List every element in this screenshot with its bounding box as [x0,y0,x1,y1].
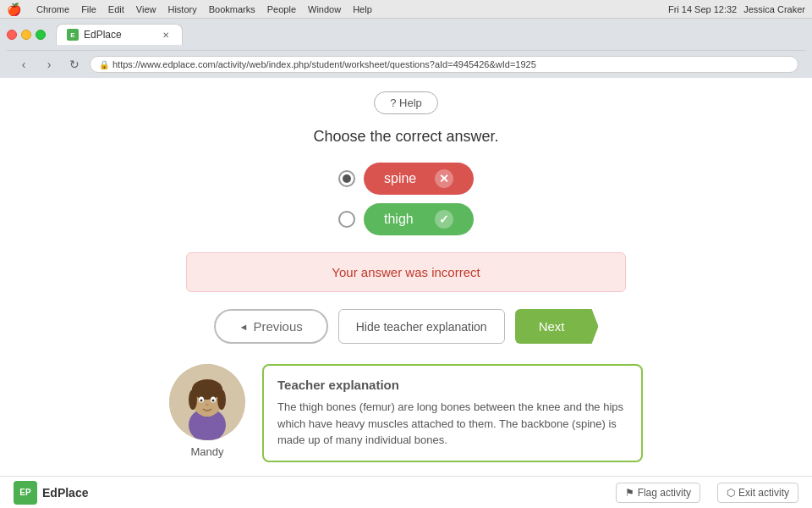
svg-point-10 [212,400,215,402]
exit-icon: ⬡ [727,487,735,499]
back-button[interactable]: ‹ [14,54,34,75]
address-bar-row: ‹ › ↻ 🔒 https://www.edplace.com/activity… [7,50,805,78]
traffic-lights [7,30,46,40]
menu-history[interactable]: History [167,4,196,14]
menu-view[interactable]: View [136,4,156,14]
teacher-illustration [169,364,245,440]
option-row-spine: spine ✕ [338,163,474,195]
page-content: ? Help Choose the correct answer. spine … [0,78,812,506]
option-thigh-label: thigh [384,212,414,227]
menubar-right: Fri 14 Sep 12:32 Jessica Craker [668,4,805,14]
explanation-title: Teacher explanation [277,378,628,392]
svg-point-9 [200,400,203,402]
svg-point-5 [189,389,197,410]
svg-point-11 [206,404,209,406]
menu-edit[interactable]: Edit [108,4,124,14]
teacher-avatar-wrap: Mandy [169,364,245,458]
tab-bar: E EdPlace ✕ [56,24,183,45]
nav-buttons: Previous Hide teacher explanation Next [17,309,795,344]
menu-help[interactable]: Help [353,4,372,14]
option-spine-label: spine [384,171,416,186]
menu-bookmarks[interactable]: Bookmarks [209,4,255,14]
option-row-thigh: thigh ✓ [338,203,474,235]
menubar-time: Fri 14 Sep 12:32 [668,4,737,14]
teacher-section: Mandy Teacher explanation The thigh bone… [169,364,643,462]
menubar-user: Jessica Craker [743,4,805,14]
question-text: Choose the correct answer. [17,128,795,146]
menu-window[interactable]: Window [308,4,341,14]
menu-chrome[interactable]: Chrome [36,4,69,14]
feedback-text: Your answer was incorrect [332,265,480,279]
explanation-text: The thigh bones (femur) are long bones b… [277,399,628,449]
mac-menubar: 🍎 Chrome File Edit View History Bookmark… [0,0,812,19]
browser-tab[interactable]: E EdPlace ✕ [56,24,183,45]
tab-close-button[interactable]: ✕ [160,29,172,41]
option-spine-icon: ✕ [435,169,453,188]
option-thigh[interactable]: thigh ✓ [364,203,474,235]
svg-point-6 [217,389,226,410]
menu-file[interactable]: File [81,4,96,14]
page-footer: EP EdPlace ⚑ Flag activity ⬡ Exit activi… [0,476,812,508]
exit-activity-button[interactable]: ⬡ Exit activity [717,483,798,503]
browser-controls: E EdPlace ✕ [7,24,805,45]
fullscreen-window-button[interactable] [36,30,46,40]
radio-thigh[interactable] [338,211,355,228]
address-bar[interactable]: 🔒 https://www.edplace.com/activity/web/i… [90,56,798,73]
flag-activity-button[interactable]: ⚑ Flag activity [616,483,700,503]
feedback-banner: Your answer was incorrect [186,252,626,292]
edplace-logo-icon: EP [14,481,37,505]
forward-button[interactable]: › [39,54,59,75]
options-container: spine ✕ thigh ✓ [17,163,795,235]
next-button[interactable]: Next [515,309,599,344]
tab-title: EdPlace [84,29,122,41]
minimize-window-button[interactable] [21,30,31,40]
option-spine[interactable]: spine ✕ [364,163,474,195]
teacher-avatar [169,364,245,440]
previous-button[interactable]: Previous [214,309,328,344]
option-thigh-icon: ✓ [435,210,453,229]
explanation-box: Teacher explanation The thigh bones (fem… [262,364,643,462]
reload-button[interactable]: ↻ [64,54,85,75]
apple-icon: 🍎 [7,3,21,16]
lock-icon: 🔒 [99,60,109,69]
tab-favicon: E [67,29,79,41]
radio-spine[interactable] [338,170,355,187]
footer-right: ⚑ Flag activity ⬡ Exit activity [616,483,798,503]
flag-icon: ⚑ [625,487,634,499]
menu-people[interactable]: People [267,4,296,14]
footer-logo: EP EdPlace [14,481,88,505]
browser-chrome: E EdPlace ✕ ‹ › ↻ 🔒 https://www.edplace.… [0,19,812,78]
address-text: https://www.edplace.com/activity/web/ind… [112,59,536,69]
teacher-name: Mandy [190,445,223,458]
footer-logo-text: EdPlace [42,486,88,500]
hide-explanation-button[interactable]: Hide teacher explanation [338,309,505,344]
close-window-button[interactable] [7,30,17,40]
help-button[interactable]: ? Help [374,91,438,114]
